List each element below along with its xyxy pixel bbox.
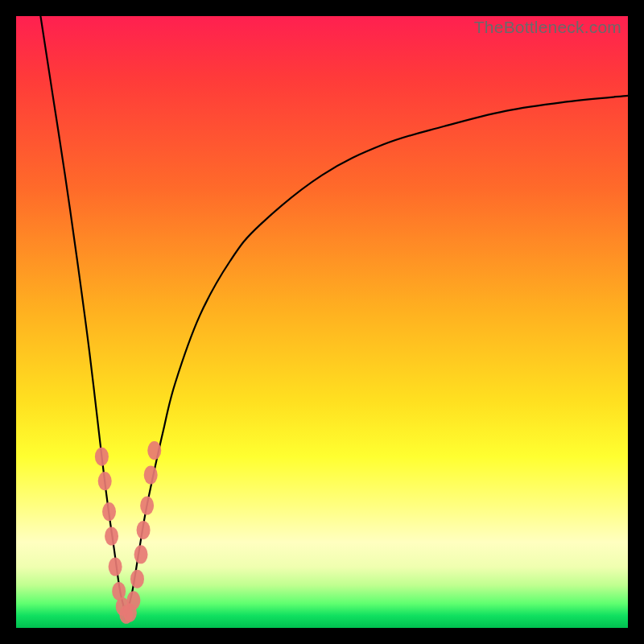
bead-marker <box>147 441 161 460</box>
bead-marker <box>126 591 140 609</box>
chart-overlay-svg <box>16 16 628 628</box>
bead-marker <box>130 570 144 588</box>
chart-plot-area: TheBottleneck.com <box>16 16 628 628</box>
bead-marker <box>137 521 151 539</box>
bead-marker <box>109 558 122 576</box>
bead-marker <box>105 527 118 546</box>
bead-marker <box>98 472 112 490</box>
curve-left-branch <box>40 16 126 616</box>
bead-marker <box>134 545 148 564</box>
bead-marker <box>95 448 109 466</box>
bead-marker <box>140 497 154 515</box>
chart-frame: TheBottleneck.com <box>0 0 644 644</box>
bead-marker <box>102 502 116 521</box>
bead-marker <box>144 466 158 485</box>
curve-right-branch <box>126 96 628 616</box>
chart-curves <box>40 16 628 616</box>
chart-markers <box>95 441 161 624</box>
